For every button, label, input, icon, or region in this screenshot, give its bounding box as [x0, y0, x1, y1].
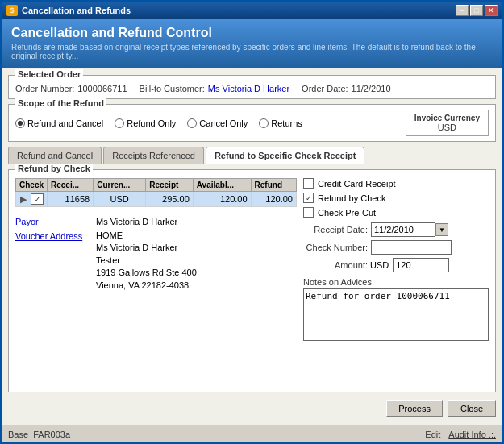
receipt-date-input[interactable] — [371, 222, 435, 237]
payor-value: Ms Victoria D Harker — [96, 217, 197, 226]
receipt-date-label: Receipt Date: — [303, 225, 368, 234]
amount-label: Amount: — [303, 260, 368, 270]
check-number-input[interactable] — [371, 240, 452, 255]
amount-row: Amount: USD — [303, 258, 489, 272]
radio-refund-only-circle — [115, 118, 124, 128]
audit-info-link[interactable]: Audit Info .:. — [448, 429, 496, 439]
radio-refund-cancel[interactable]: Refund and Cancel — [15, 118, 103, 128]
tab-receipts-referenced[interactable]: Receipts Referenced — [103, 147, 204, 164]
order-date-value: 11/2/2010 — [352, 84, 391, 93]
check-number-row: Check Number: — [303, 240, 489, 255]
cell-currency: USD — [94, 192, 146, 207]
payor-link[interactable]: Payor — [15, 217, 88, 226]
order-row: Order Number: 1000066711 Bill-to Custome… — [15, 81, 489, 93]
voucher-address-link[interactable]: Voucher Address — [15, 231, 88, 241]
title-bar: $ Cancellation and Refunds − □ ✕ — [2, 2, 502, 19]
col-refund: Refund — [251, 179, 296, 192]
amount-currency: USD — [370, 260, 389, 270]
scope-options-row: Refund and Cancel Refund Only Cancel Onl… — [15, 118, 406, 128]
receipt-date-row: Receipt Date: ▼ — [303, 222, 489, 237]
radio-refund-cancel-label: Refund and Cancel — [27, 118, 103, 128]
title-bar-left: $ Cancellation and Refunds — [6, 5, 131, 16]
payor-section: Payor Voucher Address Ms Victoria D Hark… — [15, 217, 297, 292]
cell-available: 120.00 — [193, 192, 251, 207]
check-pre-cut-label: Check Pre-Cut — [318, 208, 376, 218]
scope-and-currency: Refund and Cancel Refund Only Cancel Onl… — [15, 110, 489, 136]
process-button[interactable]: Process — [386, 400, 443, 417]
check-table: Check Recei... Curren... Receipt Availab… — [15, 178, 297, 207]
selected-order-label: Selected Order — [15, 69, 83, 79]
radio-cancel-only-circle — [187, 118, 197, 128]
scope-refund-label: Scope of the Refund — [15, 98, 106, 108]
window-icon: $ — [6, 5, 18, 16]
main-window: $ Cancellation and Refunds − □ ✕ Cancell… — [0, 0, 504, 444]
payor-links: Payor Voucher Address — [15, 217, 88, 292]
check-pre-cut-row[interactable]: Check Pre-Cut — [303, 207, 489, 218]
receipt-fields: Receipt Date: ▼ Check Number: Amount: — [303, 222, 489, 272]
receipt-date-dropdown[interactable]: ▼ — [435, 223, 448, 236]
address-line-1: HOME — [96, 230, 197, 242]
order-number-label: Order Number: — [15, 84, 74, 93]
status-right: Edit Audit Info .:. — [425, 429, 496, 439]
header-area: Cancellation and Refund Control Refunds … — [2, 19, 502, 68]
invoice-currency-value: USD — [414, 122, 480, 132]
radio-refund-cancel-circle — [15, 118, 25, 128]
base-label: Base FAR003a — [8, 429, 70, 439]
base-key: Base — [8, 429, 28, 439]
credit-card-label: Credit Card Receipt — [318, 179, 396, 189]
credit-card-row[interactable]: Credit Card Receipt — [303, 178, 489, 189]
radio-cancel-only-label: Cancel Only — [199, 118, 248, 128]
right-checkboxes: Credit Card Receipt Refund by Check Chec… — [303, 178, 489, 218]
radio-returns-label: Returns — [271, 118, 302, 128]
cell-check-num: 11658 — [48, 192, 94, 207]
invoice-currency-box: Invoice Currency USD — [406, 110, 489, 136]
minimize-button[interactable]: − — [456, 5, 469, 16]
voucher-address-text: HOME Ms Victoria D Harker Tester 1919 Ga… — [96, 230, 197, 292]
bottom-left: Payor Voucher Address Ms Victoria D Hark… — [15, 210, 297, 292]
row-checkbox[interactable] — [31, 193, 44, 205]
amount-input[interactable] — [393, 258, 449, 272]
bill-to-field: Bill-to Customer: Ms Victoria D Harker — [140, 84, 290, 93]
tab-refund-specific[interactable]: Refund to Specific Check Receipt — [206, 147, 364, 164]
action-buttons-row: Process Close — [8, 397, 496, 418]
tab-refund-cancel[interactable]: Refund and Cancel — [8, 147, 102, 164]
radio-returns[interactable]: Returns — [259, 118, 302, 128]
scope-refund-section: Scope of the Refund Refund and Cancel Re… — [8, 104, 496, 142]
selected-order-section: Selected Order Order Number: 1000066711 … — [8, 75, 496, 99]
status-bar: Base FAR003a Edit Audit Info .:. — [2, 425, 502, 442]
order-number-field: Order Number: 1000066711 — [15, 84, 127, 93]
check-pre-cut-checkbox[interactable] — [303, 207, 314, 218]
bill-to-value[interactable]: Ms Victoria D Harker — [208, 84, 289, 93]
col-available: Availabl... — [193, 179, 251, 192]
table-row[interactable]: ▶ 11658 USD 295.00 120.00 120.00 — [16, 192, 297, 207]
refund-by-check-row[interactable]: Refund by Check — [303, 193, 489, 203]
page-subtitle: Refunds are made based on original recei… — [11, 43, 493, 60]
receipt-date-wrapper: ▼ — [371, 222, 448, 237]
address-line-4: 1919 Gallows Rd Ste 400 — [96, 267, 197, 279]
radio-cancel-only[interactable]: Cancel Only — [187, 118, 248, 128]
radio-returns-circle — [259, 118, 269, 128]
close-button[interactable]: Close — [448, 400, 496, 417]
radio-refund-only-label: Refund Only — [127, 118, 176, 128]
payor-values: Ms Victoria D Harker HOME Ms Victoria D … — [96, 217, 197, 292]
address-line-5: Vienna, VA 22182-4038 — [96, 280, 197, 292]
left-panel: Check Recei... Curren... Receipt Availab… — [15, 178, 297, 385]
col-receipt-amt: Receipt — [146, 179, 194, 192]
col-currency: Curren... — [94, 179, 146, 192]
radio-refund-only[interactable]: Refund Only — [115, 118, 176, 128]
refund-by-check-checkbox[interactable] — [303, 193, 314, 203]
order-date-label: Order Date: — [302, 84, 348, 93]
maximize-button[interactable]: □ — [470, 5, 483, 16]
cell-receipt-amt: 295.00 — [146, 192, 194, 207]
row-arrow: ▶ — [19, 194, 27, 205]
notes-textarea[interactable]: Refund for order 1000066711 — [303, 288, 489, 341]
base-value: FAR003a — [33, 429, 70, 439]
refund-by-check-section: Refund by Check Check Recei... Curren...… — [8, 169, 496, 392]
refund-by-check-label: Refund by Check — [318, 193, 385, 203]
notes-section: Notes on Advices: Refund for order 10000… — [303, 277, 489, 341]
status-left: Base FAR003a — [8, 429, 70, 439]
close-window-button[interactable]: ✕ — [485, 5, 498, 16]
edit-label[interactable]: Edit — [425, 429, 440, 439]
window-title: Cancellation and Refunds — [22, 6, 131, 15]
credit-card-checkbox[interactable] — [303, 178, 314, 189]
